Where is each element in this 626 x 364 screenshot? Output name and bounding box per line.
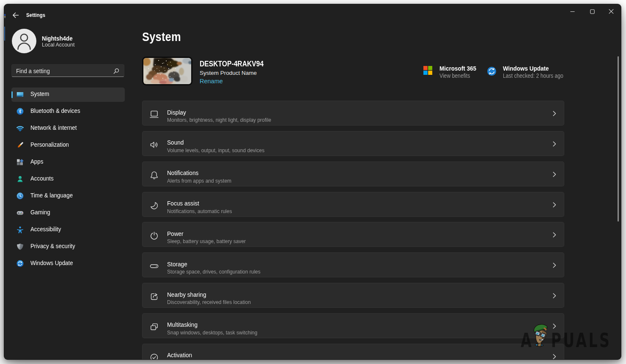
focus-assist-icon (150, 201, 159, 210)
privacy-security-icon (16, 243, 24, 250)
card-title: Nearby sharing (167, 291, 206, 298)
card-title: Power (167, 230, 184, 238)
system-icon (16, 91, 24, 98)
card-subtitle: Monitors, brightness, night light, displ… (167, 117, 271, 123)
power-icon (150, 231, 159, 240)
microsoft-logo (423, 66, 432, 75)
card-focus-assist[interactable]: Focus assist Notifications, automatic ru… (142, 192, 564, 217)
close-icon (609, 9, 614, 14)
sidebar-item-label: Apps (30, 158, 43, 165)
sidebar-item-windows-update[interactable]: Windows Update (11, 257, 125, 271)
card-nearby-sharing[interactable]: Nearby sharing Discoverability, received… (142, 283, 564, 308)
sidebar-item-privacy-security[interactable]: Privacy & security (11, 240, 125, 255)
network-icon (16, 125, 24, 132)
maximize-icon (590, 9, 595, 14)
device-product: System Product Name (200, 70, 257, 76)
sidebar-item-system[interactable]: System (11, 88, 125, 102)
ms365-subtitle[interactable]: View benefits (439, 72, 470, 79)
sidebar-item-accessibility[interactable]: Accessibility (11, 223, 125, 238)
minimize-icon (570, 9, 575, 14)
card-title: Multitasking (167, 321, 198, 328)
chevron-right-icon (553, 354, 556, 359)
sidebar-item-accounts[interactable]: Accounts (11, 172, 125, 187)
sidebar-item-personalization[interactable]: Personalization (11, 138, 125, 153)
sidebar-item-label: Accessibility (30, 226, 61, 233)
display-icon (150, 110, 159, 119)
rename-link[interactable]: Rename (200, 78, 223, 85)
user-account-type: Local Account (42, 41, 74, 48)
sidebar-item-label: Accounts (30, 175, 54, 182)
appuals-mascot-icon (532, 323, 550, 347)
card-subtitle: Discoverability, received files location (167, 299, 251, 305)
sidebar-item-label: Network & internet (30, 124, 77, 131)
chevron-right-icon (553, 141, 556, 147)
card-title: Notifications (167, 169, 198, 177)
selected-indicator (11, 91, 13, 98)
card-notifications[interactable]: Notifications Alerts from apps and syste… (142, 161, 564, 186)
notifications-icon (150, 171, 159, 180)
multitasking-icon (150, 323, 159, 331)
apps-icon (16, 159, 24, 166)
maximize-button[interactable] (585, 7, 599, 16)
sidebar-item-label: Privacy & security (30, 243, 75, 249)
sidebar-item-label: Time & language (30, 192, 73, 199)
sidebar-item-apps[interactable]: Apps (11, 155, 125, 170)
storage-icon (150, 262, 159, 271)
update-subtitle: Last checked: 2 hours ago (503, 72, 563, 79)
card-multitasking[interactable]: Multitasking Snap windows, desktops, tas… (142, 313, 564, 338)
activation-icon (150, 353, 159, 359)
sidebar-item-network[interactable]: Network & internet (11, 121, 125, 136)
accessibility-icon (16, 226, 24, 233)
window-title: Settings (26, 12, 45, 18)
update-title: Windows Update (503, 65, 549, 72)
chevron-right-icon (553, 323, 556, 329)
nearby-sharing-icon (150, 292, 159, 301)
sidebar-item-bluetooth[interactable]: Bluetooth & devices (11, 104, 125, 119)
card-title: Storage (167, 260, 187, 268)
sidebar-item-gaming[interactable]: Gaming (11, 206, 125, 221)
sidebar-item-label: Gaming (30, 209, 50, 216)
close-button[interactable] (604, 7, 618, 16)
bluetooth-icon (16, 108, 24, 115)
card-subtitle: Snap windows, desktops, task switching (167, 330, 257, 336)
accounts-icon (16, 175, 24, 183)
card-title: Activation (167, 351, 192, 359)
sidebar-item-label: Windows Update (30, 260, 73, 266)
page-title: System (142, 30, 181, 44)
chevron-right-icon (553, 263, 556, 268)
scrollbar-thumb[interactable] (618, 56, 619, 222)
user-avatar[interactable] (12, 29, 36, 53)
device-thumbnail (142, 57, 192, 85)
minimize-button[interactable] (565, 7, 579, 16)
card-subtitle: Storage space, drives, configuration rul… (167, 269, 261, 275)
card-storage[interactable]: Storage Storage space, drives, configura… (142, 252, 564, 277)
card-display[interactable]: Display Monitors, brightness, night ligh… (142, 101, 564, 126)
card-title: Sound (167, 139, 184, 146)
ms365-title: Microsoft 365 (439, 65, 476, 72)
chevron-right-icon (553, 202, 556, 208)
search-input[interactable]: Find a setting (11, 64, 124, 77)
search-placeholder: Find a setting (16, 68, 50, 74)
card-subtitle: Notifications, automatic rules (167, 208, 232, 214)
chevron-right-icon (553, 293, 556, 298)
sidebar-item-time-language[interactable]: Time & language (11, 189, 125, 204)
device-name: DESKTOP-4RAKV94 (200, 60, 264, 68)
card-subtitle: Volume levels, output, input, sound devi… (167, 148, 264, 153)
sidebar-item-label: Personalization (30, 141, 69, 148)
card-subtitle: Alerts from apps and system (167, 178, 231, 184)
chevron-right-icon (553, 111, 556, 116)
card-title: Focus assist (167, 200, 199, 207)
card-power[interactable]: Power Sleep, battery usage, battery save… (142, 222, 564, 247)
background-window-edge (4, 27, 5, 41)
card-activation[interactable]: Activation (142, 344, 564, 359)
card-title: Display (167, 109, 186, 116)
sound-icon (150, 140, 159, 149)
personalization-icon (16, 142, 24, 149)
back-arrow-icon (12, 11, 19, 19)
back-button[interactable] (12, 11, 19, 19)
card-sound[interactable]: Sound Volume levels, output, input, soun… (142, 131, 564, 156)
sidebar-item-label: System (30, 90, 49, 97)
chevron-right-icon (553, 232, 556, 238)
search-icon (113, 68, 119, 74)
windows-update-icon (16, 260, 24, 267)
